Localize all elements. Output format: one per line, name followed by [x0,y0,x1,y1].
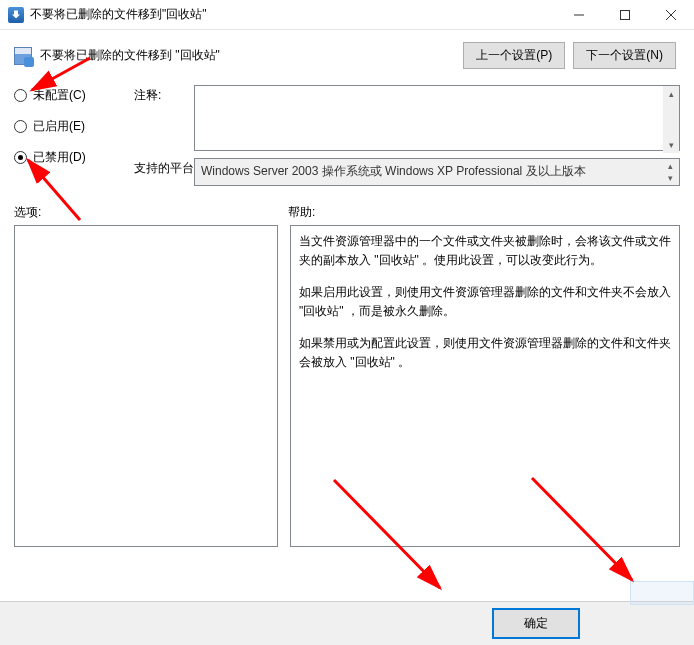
close-button[interactable] [648,0,694,29]
policy-icon [8,7,24,23]
notes-label: 注释: [134,85,194,104]
help-paragraph: 当文件资源管理器中的一个文件或文件夹被删除时，会将该文件或文件夹的副本放入 "回… [299,232,671,269]
radio-enabled[interactable]: 已启用(E) [14,118,134,135]
supported-platform-box: Windows Server 2003 操作系统或 Windows XP Pro… [194,158,680,186]
subheader: 不要将已删除的文件移到 "回收站" 上一个设置(P) 下一个设置(N) [0,30,694,77]
help-paragraph: 如果禁用或为配置此设置，则使用文件资源管理器删除的文件和文件夹会被放入 "回收站… [299,334,671,371]
maximize-button[interactable] [602,0,648,29]
lower-panes: 当文件资源管理器中的一个文件或文件夹被删除时，会将该文件或文件夹的副本放入 "回… [0,225,694,547]
scrollbar[interactable]: ▴▾ [662,160,678,184]
help-pane: 当文件资源管理器中的一个文件或文件夹被删除时，会将该文件或文件夹的副本放入 "回… [290,225,680,547]
help-label: 帮助: [288,204,680,221]
window-controls [556,0,694,29]
help-paragraph: 如果启用此设置，则使用文件资源管理器删除的文件和文件夹不会放入 "回收站" ，而… [299,283,671,320]
scrollbar[interactable]: ▴▾ [663,86,679,153]
setting-title: 不要将已删除的文件移到 "回收站" [40,47,463,64]
radio-label: 已禁用(D) [33,149,86,166]
minimize-button[interactable] [556,0,602,29]
radio-not-configured[interactable]: 未配置(C) [14,87,134,104]
radio-icon [14,120,27,133]
notes-field-wrap: ▴▾ [194,85,680,154]
radio-icon [14,89,27,102]
titlebar: 不要将已删除的文件移到"回收站" [0,0,694,30]
radio-disabled[interactable]: 已禁用(D) [14,149,134,166]
options-pane [14,225,278,547]
ok-button[interactable]: 确定 [492,608,580,639]
notes-textarea[interactable] [194,85,680,151]
radio-icon [14,151,27,164]
platform-field-wrap: Windows Server 2003 操作系统或 Windows XP Pro… [194,158,680,186]
window-title: 不要将已删除的文件移到"回收站" [30,6,556,23]
radio-label: 已启用(E) [33,118,85,135]
state-radio-group: 未配置(C) 已启用(E) 已禁用(D) [14,85,134,166]
svg-rect-1 [621,10,630,19]
radio-label: 未配置(C) [33,87,86,104]
gpo-setting-icon [14,47,32,65]
platform-label: 支持的平台: [134,158,194,177]
main-config-area: 未配置(C) 已启用(E) 已禁用(D) 注释: ▴▾ 支持的平台: Windo… [0,77,694,186]
action-bar: 确定 [0,601,694,645]
platform-text: Windows Server 2003 操作系统或 Windows XP Pro… [201,164,586,178]
options-label: 选项: [14,204,288,221]
nav-buttons: 上一个设置(P) 下一个设置(N) [463,42,676,69]
prev-setting-button[interactable]: 上一个设置(P) [463,42,565,69]
artifact-box [630,581,694,605]
next-setting-button[interactable]: 下一个设置(N) [573,42,676,69]
lower-labels: 选项: 帮助: [0,186,694,225]
